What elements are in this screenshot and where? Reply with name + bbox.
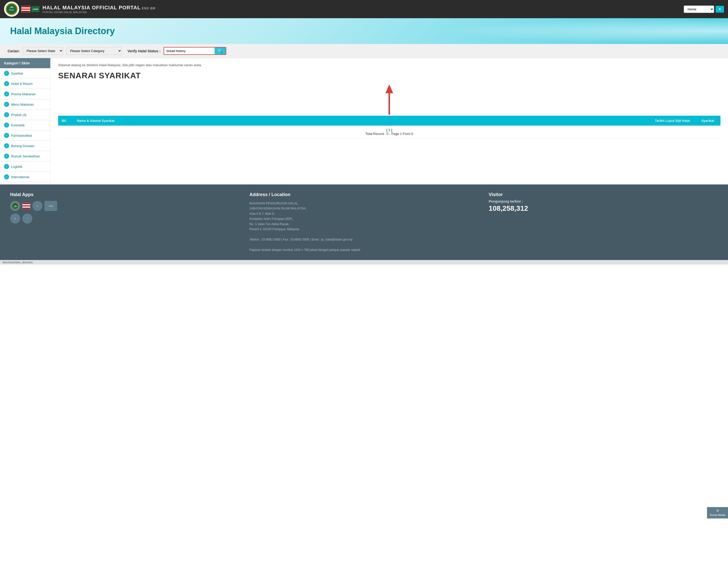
- app-logo-5: ♡: [22, 214, 32, 224]
- arrow-container: [58, 84, 720, 115]
- svg-text:حلال: حلال: [14, 206, 17, 208]
- halal-logo: حلال HALAL: [4, 2, 19, 17]
- col-syarikat: Syarikat: [695, 116, 720, 126]
- verify-search-button[interactable]: 🔍: [215, 48, 226, 54]
- verify-label: Verify Halal Status :: [127, 49, 161, 53]
- visitor-count: 108,258,312: [489, 205, 718, 213]
- check-icon: ✓: [4, 143, 9, 148]
- sidebar-item-produk[interactable]: ✓ Produk (4): [0, 110, 50, 120]
- sidebar-item-label: Kosmetik: [11, 123, 25, 127]
- site-title: HALAL MALAYSIA OFFICIAL PORTAL ENG BM: [42, 5, 681, 11]
- search-bar: Carian: Please Select State Please Selec…: [0, 44, 728, 58]
- hero-title: Halal Malaysia Directory: [10, 26, 718, 36]
- app-logo-3: CCM: [44, 201, 57, 211]
- category-select[interactable]: Please Select Category: [66, 47, 122, 55]
- logo-area: حلال HALAL JAKIM: [4, 2, 39, 17]
- site-footer: Halal Apps حلال ◇ CCM ⊙ ♡ Address / Loca…: [0, 185, 728, 260]
- title-text: HALAL MALAYSIA OFFICIAL PORTAL: [42, 5, 141, 10]
- jakim-logo: JAKIM: [31, 6, 39, 12]
- check-icon: ✓: [4, 81, 9, 86]
- visitor-section: Visitor Pengunjung terkini : 108,258,312: [489, 192, 718, 253]
- sidebar-item-international[interactable]: ✓ International: [0, 172, 50, 182]
- directory-content: Selamat datang ke direktori Halal Malays…: [51, 58, 728, 185]
- sidebar-item-label: Hotel & Resort: [11, 82, 33, 86]
- sidebar-item-label: Farmaseutikal: [11, 134, 32, 138]
- table-area: Bil Nama & Alamat Syarikat Tarikh Luput …: [58, 116, 720, 139]
- sidebar-item-menu-makanan[interactable]: ✓ Menu Makanan: [0, 99, 50, 110]
- sidebar-item-label: Menu Makanan: [11, 103, 34, 106]
- sidebar-item-label: Barang Gunaan: [11, 144, 34, 148]
- sidebar: Kategori / Skim ✓ Syarikat ✓ Hotel & Res…: [0, 58, 51, 185]
- site-header: حلال HALAL JAKIM HALAL MALAYSIA OFFICIAL…: [0, 0, 728, 18]
- visitor-header: Visitor: [489, 192, 718, 197]
- red-arrow-icon: [384, 84, 394, 115]
- visitor-label: Pengunjung terkini :: [489, 199, 718, 204]
- svg-text:HALAL: HALAL: [9, 9, 14, 11]
- footer-apps-section: Halal Apps حلال ◇ CCM ⊙ ♡: [10, 192, 239, 253]
- sidebar-item-label: Logistik: [11, 165, 22, 169]
- search-label: Carian:: [8, 49, 20, 53]
- svg-rect-4: [389, 92, 390, 115]
- check-icon: ✓: [4, 92, 9, 97]
- sidebar-item-label: Premis Makanan: [11, 92, 36, 96]
- pagination-row: [ 1 ] Total Record : 0 - Page 1 From 0: [58, 126, 720, 139]
- check-icon: ✓: [4, 71, 9, 76]
- footer-logos-row1: حلال ◇ CCM: [10, 201, 239, 211]
- sidebar-item-logistik[interactable]: ✓ Logistik: [0, 162, 50, 172]
- sidebar-item-label: Syarikat: [11, 72, 23, 75]
- check-icon: ✓: [4, 154, 9, 159]
- footer-logos-row2: ⊙ ♡: [10, 214, 239, 224]
- check-icon: ✓: [4, 102, 9, 107]
- status-url: directory/index_directory: [3, 261, 33, 264]
- welcome-text: Selamat datang ke direktori Halal Malays…: [58, 63, 720, 67]
- svg-text:حلال: حلال: [10, 6, 14, 8]
- check-icon: ✓: [4, 174, 9, 179]
- sidebar-item-label: Produk (4): [11, 113, 27, 117]
- nav-select[interactable]: Home: [684, 6, 714, 13]
- sidebar-item-label: Rumah Sembelihan: [11, 154, 40, 158]
- header-title-area: HALAL MALAYSIA OFFICIAL PORTAL ENG BM PO…: [42, 5, 681, 14]
- app-logo-2: ◇: [32, 201, 42, 211]
- header-subtitle: PORTAL RASMI HALAL MALAYSIA: [42, 11, 681, 14]
- main-content: Kategori / Skim ✓ Syarikat ✓ Hotel & Res…: [0, 58, 728, 185]
- sidebar-item-label: International: [11, 175, 29, 179]
- app-logo-1: حلال: [10, 201, 20, 211]
- state-select[interactable]: Please Select State: [23, 47, 63, 55]
- sidebar-item-farmaseutikal[interactable]: ✓ Farmaseutikal: [0, 130, 50, 141]
- total-record: Total Record : 0 - Page 1 From 0: [62, 132, 717, 136]
- check-icon: ✓: [4, 164, 9, 169]
- check-icon: ✓: [4, 112, 9, 117]
- lang-switch[interactable]: ENG BM: [141, 7, 155, 10]
- hero-banner: Halal Malaysia Directory: [0, 18, 728, 44]
- nav-dropdown-button[interactable]: ▼: [716, 6, 724, 13]
- nav-dropdown-wrapper: Home ▼: [684, 6, 724, 13]
- footer-resolution: Paparan terbaik dengan resolusi 1024 x 7…: [249, 248, 479, 253]
- pagination-link[interactable]: [ 1 ]: [386, 128, 392, 132]
- status-bar: directory/index_directory: [0, 260, 728, 265]
- col-nama: Nama & Alamat Syarikat: [73, 116, 650, 126]
- malaysia-flag: [21, 6, 30, 12]
- app-logo-4: ⊙: [10, 214, 20, 224]
- check-icon: ✓: [4, 133, 9, 138]
- footer-contact: Telefon : 03-8892 5000 | Fax : 03-8892 5…: [249, 237, 479, 242]
- check-icon: ✓: [4, 123, 9, 128]
- directory-table: Bil Nama & Alamat Syarikat Tarikh Luput …: [58, 116, 720, 139]
- sidebar-item-kosmetik[interactable]: ✓ Kosmetik: [0, 120, 50, 130]
- sidebar-item-barang-gunaan[interactable]: ✓ Barang Gunaan: [0, 141, 50, 151]
- app-logo-flag: [22, 203, 30, 209]
- sidebar-header: Kategori / Skim: [0, 58, 50, 68]
- sidebar-item-syarikat[interactable]: ✓ Syarikat: [0, 68, 50, 79]
- col-bil: Bil: [58, 116, 73, 126]
- sidebar-item-hotel-resort[interactable]: ✓ Hotel & Resort: [0, 79, 50, 89]
- footer-address-section: Address / Location BAHAGIAN PENGURUSAN H…: [249, 192, 479, 253]
- verify-input[interactable]: [164, 48, 215, 54]
- footer-apps-title: Halal Apps: [10, 192, 239, 197]
- sidebar-item-rumah-sembelihan[interactable]: ✓ Rumah Sembelihan: [0, 151, 50, 162]
- flag-logos: JAKIM: [21, 6, 39, 12]
- col-tarikh: Tarikh Luput Sijil Halal: [650, 116, 695, 126]
- sidebar-item-premis-makanan[interactable]: ✓ Premis Makanan: [0, 89, 50, 99]
- svg-marker-5: [385, 84, 393, 93]
- verify-input-wrap: 🔍: [164, 47, 226, 55]
- footer-address-title: Address / Location: [249, 192, 479, 197]
- footer-address-text: BAHAGIAN PENGURUSAN HALAL, JABATAN KEMAJ…: [249, 201, 479, 253]
